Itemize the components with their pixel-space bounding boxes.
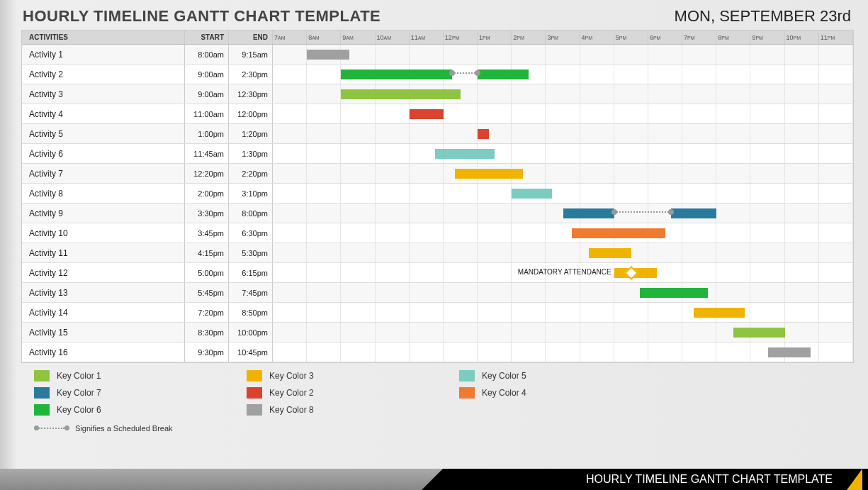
legend-label: Key Color 2 (269, 388, 314, 398)
activity-end: 5:30pm (229, 243, 273, 262)
activity-row: Activity 712:20pm2:20pm (22, 164, 853, 184)
timeline-cell (273, 124, 853, 143)
activity-end: 12:00pm (229, 104, 273, 123)
footer-title: HOURLY TIMELINE GANTT CHART TEMPLATE (586, 473, 833, 485)
timeline-cell (273, 45, 853, 64)
timeline-cell (273, 104, 853, 123)
hour-label: 4PM (580, 30, 614, 44)
legend-item: Key Color 1 (34, 370, 247, 382)
break-legend-label: Signifies a Scheduled Break (75, 424, 173, 433)
activity-name: Activity 11 (22, 243, 185, 262)
gantt-chart: ACTIVITIES START END 7AM8AM9AM10AM11AM12… (21, 30, 854, 363)
gantt-bar (341, 69, 452, 79)
legend-swatch (34, 404, 50, 416)
gantt-bar (341, 89, 461, 99)
col-end: END (229, 30, 273, 44)
activity-row: Activity 158:30pm10:00pm (22, 323, 853, 343)
activity-row: Activity 93:30pm8:00pm (22, 204, 853, 223)
legend-label: Key Color 6 (57, 405, 101, 415)
hour-label: 2PM (512, 30, 546, 44)
activity-start: 7:20pm (185, 303, 229, 322)
activity-name: Activity 10 (22, 223, 185, 243)
legend-item: Key Color 2 (247, 387, 459, 399)
footer: HOURLY TIMELINE GANTT CHART TEMPLATE (0, 469, 868, 490)
activity-name: Activity 8 (22, 184, 185, 203)
activity-start: 8:00am (185, 45, 229, 64)
hour-label: 10AM (376, 30, 410, 44)
activity-start: 4:15pm (185, 243, 229, 262)
timeline-cell (273, 65, 853, 84)
activity-start: 1:00pm (185, 124, 229, 143)
activity-name: Activity 4 (22, 104, 185, 123)
activity-name: Activity 13 (22, 283, 185, 302)
hour-label: 10PM (785, 30, 819, 44)
gantt-bar (478, 129, 489, 139)
activity-start: 8:30pm (185, 323, 229, 342)
timeline-cell (273, 204, 853, 223)
activity-name: Activity 6 (22, 144, 185, 163)
hour-label: 6PM (648, 30, 682, 44)
gantt-bar (733, 328, 784, 338)
legend-swatch (34, 387, 50, 399)
timeline-cell (273, 84, 853, 104)
activity-start: 9:00am (185, 65, 229, 84)
activity-name: Activity 5 (22, 124, 185, 143)
hour-label: 1PM (478, 30, 512, 44)
page-date: MON, SEPTEMBER 23rd (675, 7, 851, 26)
accent-triangle-icon (847, 469, 862, 490)
activity-row: Activity 39:00am12:30pm (22, 84, 853, 104)
activity-start: 5:45pm (185, 283, 229, 302)
legend-item: Key Color 8 (247, 404, 459, 416)
header: HOURLY TIMELINE GANTT CHART TEMPLATE MON… (0, 0, 868, 30)
activity-name: Activity 7 (22, 164, 185, 183)
activity-start: 5:00pm (185, 263, 229, 282)
gantt-bar (435, 149, 495, 159)
legend-swatch (247, 370, 262, 382)
hour-label: 8AM (307, 30, 341, 44)
legend-swatch (459, 370, 475, 382)
timeline-header: 7AM8AM9AM10AM11AM12PM1PM2PM3PM4PM5PM6PM7… (273, 30, 853, 44)
activity-row: Activity 135:45pm7:45pm (22, 283, 853, 303)
activity-end: 8:00pm (229, 204, 273, 223)
legend-swatch (459, 387, 475, 399)
activity-start: 12:20pm (185, 164, 229, 183)
hour-label: 7AM (273, 30, 307, 44)
activity-start: 11:00am (185, 104, 229, 123)
hour-label: 9AM (341, 30, 375, 44)
activity-end: 1:30pm (229, 144, 273, 163)
activity-end: 9:15am (229, 45, 273, 64)
activity-row: Activity 51:00pm1:20pm (22, 124, 853, 144)
activity-end: 10:45pm (229, 343, 273, 362)
hour-label: 7PM (682, 30, 716, 44)
gantt-bar (640, 288, 708, 298)
activity-row: Activity 114:15pm5:30pm (22, 243, 853, 263)
activity-row: Activity 169:30pm10:45pm (22, 343, 853, 362)
activity-start: 3:30pm (185, 204, 229, 223)
activity-row: Activity 611:45am1:30pm (22, 144, 853, 164)
activity-start: 9:30pm (185, 343, 229, 362)
activity-row: Activity 29:00am2:30pm (22, 65, 853, 84)
header-row: ACTIVITIES START END 7AM8AM9AM10AM11AM12… (22, 30, 853, 45)
activity-row: Activity 82:00pm3:10pm (22, 184, 853, 204)
activity-end: 6:30pm (229, 223, 273, 243)
hour-label: 3PM (546, 30, 580, 44)
hour-label: 11AM (410, 30, 444, 44)
gantt-bar (512, 189, 551, 199)
activity-name: Activity 16 (22, 343, 185, 362)
gantt-bar (671, 208, 716, 218)
legend-label: Key Color 3 (269, 371, 314, 381)
hour-label: 5PM (614, 30, 648, 44)
legend-label: Key Color 5 (482, 371, 526, 381)
legend-swatch (247, 404, 262, 416)
activity-start: 3:45pm (185, 223, 229, 243)
hour-label: 11PM (819, 30, 853, 44)
activity-end: 8:50pm (229, 303, 273, 322)
timeline-cell (273, 303, 853, 322)
timeline-cell (273, 243, 853, 262)
legend-swatch (34, 370, 50, 382)
gantt-bar (768, 347, 811, 357)
activity-end: 2:20pm (229, 164, 273, 183)
timeline-cell (273, 184, 853, 203)
gantt-bar (694, 308, 745, 318)
activity-name: Activity 14 (22, 303, 185, 322)
